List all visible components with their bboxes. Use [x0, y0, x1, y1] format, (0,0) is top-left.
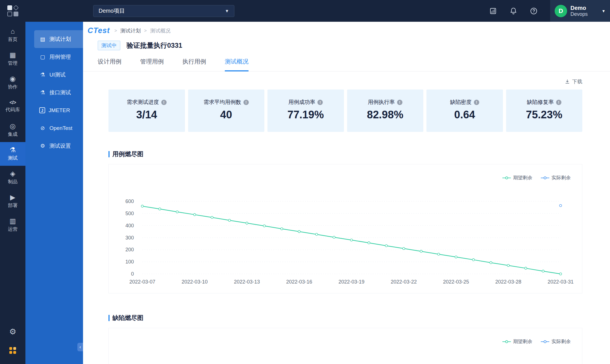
stat-card: 需求测试进度!3/14	[108, 90, 185, 132]
sidebar-item-case-management[interactable]: ▢用例管理	[34, 48, 83, 66]
legend-item[interactable]: 实际剩余	[541, 338, 571, 345]
defect-burndown-chart: 期望剩余实际剩余	[108, 328, 582, 364]
user-menu[interactable]: D Demo Devops ▼	[550, 0, 610, 22]
stat-label: 需求平均用例数	[204, 99, 241, 106]
sidebar-item-label: 部署	[8, 202, 18, 209]
chevron-left-icon: ‹	[79, 344, 81, 350]
sidebar-item-label: 代码库	[6, 106, 20, 113]
project-selector[interactable]: Demo项目 ▼	[93, 5, 234, 17]
ops-icon: ▥	[10, 218, 16, 224]
stat-label: 缺陷密度	[450, 99, 472, 106]
sidebar-item-code[interactable]: </>代码库	[0, 95, 25, 118]
case-management-icon: ▢	[39, 54, 46, 60]
sidebar-item-collab[interactable]: ◉协作	[0, 71, 25, 95]
breadcrumb-separator: >	[114, 28, 117, 33]
user-name: Demo	[570, 5, 588, 11]
legend-label: 期望剩余	[513, 338, 532, 345]
info-icon[interactable]: !	[161, 100, 167, 105]
svg-text:300: 300	[125, 235, 134, 241]
defect-burndown-section-title: 缺陷燃尽图	[108, 314, 582, 322]
test-settings-icon: ⚙	[39, 143, 46, 149]
sidebar-item-label: 运营	[8, 226, 18, 232]
sidebar-item-home[interactable]: ⌂首页	[0, 23, 25, 47]
stat-value: 82.98%	[347, 109, 424, 121]
chart-legend: 期望剩余实际剩余	[502, 175, 571, 181]
collapse-sidebar-button[interactable]: ‹	[77, 343, 83, 351]
sidebar-item-label: 测试计划	[49, 36, 71, 43]
sidebar-item-deploy[interactable]: ▶部署	[0, 189, 25, 213]
tab-manage-cases[interactable]: 管理用例	[140, 58, 164, 71]
sidebar-item-ops[interactable]: ▥运营	[0, 213, 25, 237]
legend-line-icon	[502, 178, 511, 178]
info-icon[interactable]: !	[243, 100, 249, 105]
info-icon[interactable]: !	[556, 100, 561, 105]
secondary-sidebar: ▤测试计划▢用例管理⚗UI测试⚗接口测试JJMETER⊘OpenTest⚙测试设…	[25, 22, 83, 364]
stat-value: 3/14	[108, 109, 185, 121]
download-button[interactable]: 下载	[108, 78, 582, 85]
dashboard-button[interactable]	[489, 7, 497, 15]
title-accent-bar	[108, 151, 110, 157]
sidebar-item-label: UI测试	[49, 71, 66, 79]
collab-icon: ◉	[10, 75, 16, 82]
legend-item[interactable]: 期望剩余	[502, 338, 532, 345]
info-icon[interactable]: !	[317, 100, 323, 105]
stat-value: 77.19%	[267, 109, 344, 121]
sidebar-item-integration[interactable]: ◎集成	[0, 118, 25, 142]
chevron-down-icon: ▼	[602, 9, 605, 13]
svg-text:2022-03-07: 2022-03-07	[129, 279, 155, 285]
sidebar-item-label: 测试	[8, 155, 18, 161]
chart-legend: 期望剩余实际剩余	[502, 338, 571, 345]
legend-item[interactable]: 实际剩余	[541, 175, 571, 181]
ctest-logo[interactable]: CTest	[88, 26, 110, 35]
info-icon[interactable]: !	[397, 100, 402, 105]
legend-line-icon	[541, 178, 549, 178]
settings-button[interactable]: ⚙	[9, 328, 16, 336]
tab-overview[interactable]: 测试概况	[225, 58, 249, 71]
section-title: 缺陷燃尽图	[112, 314, 143, 322]
chevron-down-icon: ▼	[225, 8, 229, 13]
sidebar-item-ui-test[interactable]: ⚗UI测试	[34, 66, 83, 84]
tab-bar: 设计用例管理用例执行用例测试概况	[83, 58, 610, 71]
legend-item[interactable]: 期望剩余	[502, 175, 532, 181]
sidebar-item-label: 用例管理	[49, 53, 71, 61]
tab-design-cases[interactable]: 设计用例	[98, 58, 121, 71]
page-title: 验证批量执行0331	[127, 41, 182, 50]
svg-text:600: 600	[125, 199, 134, 204]
svg-text:2022-03-28: 2022-03-28	[495, 279, 521, 285]
stat-card: 用例成功率!77.19%	[267, 90, 344, 132]
sidebar-item-api-test[interactable]: ⚗接口测试	[34, 84, 83, 101]
app-logo-icon	[7, 5, 18, 16]
topbar-actions: D Demo Devops ▼	[489, 0, 610, 22]
sidebar-item-opentest[interactable]: ⊘OpenTest	[34, 119, 83, 137]
sidebar-item-artifact[interactable]: ◈制品	[0, 166, 25, 189]
legend-label: 期望剩余	[513, 175, 532, 181]
overview-panel: 下载 需求测试进度!3/14需求平均用例数!40用例成功率!77.19%用例执行…	[83, 78, 610, 364]
dashboard-icon	[489, 7, 497, 15]
tab-execute-cases[interactable]: 执行用例	[182, 58, 206, 71]
project-name: Demo项目	[99, 7, 125, 15]
sidebar-item-test-settings[interactable]: ⚙测试设置	[34, 137, 83, 155]
sidebar-item-manage[interactable]: ▦管理	[0, 47, 25, 71]
plan-header: 测试中 验证批量执行0331	[83, 35, 610, 50]
legend-label: 实际剩余	[552, 338, 571, 345]
question-icon	[530, 7, 538, 15]
sidebar-item-label: JMETER	[49, 107, 70, 114]
legend-line-icon	[502, 341, 511, 342]
legend-label: 实际剩余	[552, 175, 571, 181]
svg-text:2022-03-13: 2022-03-13	[234, 279, 260, 285]
apps-button[interactable]	[9, 347, 16, 354]
breadcrumb-item[interactable]: 测试计划	[120, 27, 141, 34]
sidebar-item-label: 测试设置	[49, 142, 71, 150]
svg-text:2022-03-25: 2022-03-25	[443, 279, 469, 285]
sidebar-item-jmeter[interactable]: JJMETER	[34, 101, 83, 119]
sidebar-item-label: 协作	[8, 84, 18, 90]
sidebar-item-test[interactable]: ⚗测试	[0, 142, 25, 166]
notifications-button[interactable]	[509, 7, 517, 15]
primary-sidebar: ⌂首页▦管理◉协作</>代码库◎集成⚗测试◈制品▶部署▥运营 ⚙	[0, 22, 25, 364]
help-button[interactable]	[530, 7, 538, 15]
svg-text:400: 400	[125, 223, 134, 228]
sidebar-item-test-plan[interactable]: ▤测试计划	[34, 30, 83, 48]
stat-label: 缺陷修复率	[527, 99, 554, 106]
main-content: CTest >测试计划>测试概况 测试中 验证批量执行0331 设计用例管理用例…	[83, 22, 610, 364]
info-icon[interactable]: !	[474, 100, 479, 105]
